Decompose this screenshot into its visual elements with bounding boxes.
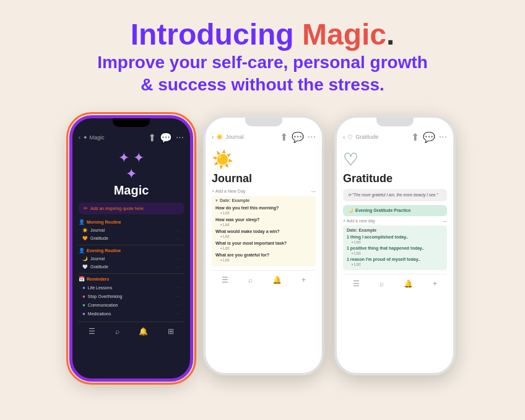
- item-dots-2: ···: [177, 257, 180, 261]
- notch-gratitude: [376, 118, 414, 126]
- journal-chat-icon[interactable]: 💬: [292, 131, 304, 143]
- reminder-life-item[interactable]: ● Life Lessons ···: [79, 284, 184, 292]
- calendar-icon: 📅: [79, 276, 85, 282]
- gratitude-chat-icon[interactable]: 💬: [423, 131, 435, 143]
- evening-journal-item[interactable]: 🌙 Journal ···: [79, 255, 184, 263]
- question-3: What would make today a win?: [215, 229, 312, 234]
- divider-2: [79, 273, 184, 274]
- blue-dot-3: ●: [82, 302, 85, 308]
- add-new-day-bar[interactable]: + Add a New Day —: [212, 189, 316, 193]
- gratitude-list-2: List: [347, 251, 443, 255]
- phone-journal: ‹ ☀️ Journal ⬆ 💬 ··· ☀️ Journal + Add a …: [203, 115, 324, 375]
- reminder-medications-item[interactable]: ● Medications ···: [79, 310, 184, 318]
- blue-dot-4: ●: [82, 311, 85, 317]
- journal-topbar-left: ‹ ☀️ Journal: [212, 134, 244, 141]
- communication-label: Communication: [88, 303, 118, 307]
- back-arrow[interactable]: ‹: [79, 134, 80, 141]
- item-dots-4: ···: [177, 286, 180, 289]
- add-new-day-label: + Add a New Day: [212, 189, 245, 193]
- more-icon[interactable]: ···: [176, 132, 184, 144]
- evening-gratitude-label: Gratitude: [90, 265, 108, 269]
- gratitude-add-label: + Add a new day: [343, 219, 375, 223]
- collapse-icon: —: [311, 189, 316, 193]
- chat-icon[interactable]: 💬: [160, 132, 172, 144]
- gratitude-topbar: ‹ ♡ Gratitude ⬆ 💬 ···: [343, 129, 447, 147]
- magic-title: Magic: [79, 183, 184, 198]
- date-label: ▾ Date: Example: [215, 198, 312, 203]
- dark-topbar: ‹ ✦ Magic ⬆ 💬 ···: [79, 129, 184, 147]
- gratitude-heart-icon-sm: ♡: [347, 134, 353, 141]
- question-2: How was your sleep?: [215, 217, 312, 222]
- reminders-section-label: 📅 Reminders: [79, 276, 184, 282]
- phones-container: ‹ ✦ Magic ⬆ 💬 ··· ✦ ✦✦ Magic ✏ Add an in…: [69, 115, 456, 382]
- morning-gratitude-item[interactable]: 🧡 Gratitude ···: [79, 235, 184, 242]
- gratitude-share-icon[interactable]: ⬆: [411, 131, 419, 143]
- person-icon: 👤: [79, 219, 85, 225]
- gratitude-bell-icon[interactable]: 🔔: [404, 279, 413, 288]
- list-item-1: List: [215, 211, 312, 215]
- bell-icon[interactable]: 🔔: [139, 327, 148, 336]
- reminder-communication-item[interactable]: ● Communication ···: [79, 301, 184, 309]
- journal-menu-icon[interactable]: ☰: [222, 276, 228, 284]
- evening-journal-label: Journal: [90, 256, 105, 261]
- subtitle: Improve your self-care, personal growth …: [97, 51, 428, 97]
- notch-journal: [245, 118, 282, 126]
- morning-journal-item[interactable]: ☀️ Journal ···: [79, 227, 184, 234]
- quote-label: Add an inspiring quote here.: [90, 206, 145, 211]
- reminder-overthinking-item[interactable]: ● Stop Overthinking ···: [79, 292, 184, 300]
- evening-gratitude-item[interactable]: 🤍 Gratitude ···: [79, 263, 184, 271]
- life-lessons-label: Life Lessons: [88, 286, 112, 290]
- arrow-icon: ▾: [215, 198, 218, 203]
- menu-icon[interactable]: ☰: [89, 327, 95, 336]
- search-icon[interactable]: ⌕: [115, 327, 119, 336]
- gratitude-more-icon[interactable]: ···: [439, 131, 447, 143]
- gratitude-list-3: List: [347, 262, 443, 266]
- journal-bell-icon[interactable]: 🔔: [272, 276, 282, 284]
- dark-bottom-bar: ☰ ⌕ 🔔 ⊞: [79, 322, 184, 336]
- magic-stars: ✦ ✦✦: [79, 150, 184, 182]
- heart-orange-icon: 🧡: [82, 236, 88, 241]
- question-4: What is your most important task?: [215, 241, 312, 245]
- journal-search-icon[interactable]: ⌕: [248, 276, 253, 284]
- moon-icon-g: 🌙: [348, 208, 354, 213]
- gratitude-back-arrow[interactable]: ‹: [343, 134, 345, 141]
- gratitude-search-icon[interactable]: ⌕: [380, 279, 384, 288]
- blue-dot-1: ●: [82, 285, 85, 291]
- journal-more-icon[interactable]: ···: [308, 131, 316, 143]
- morning-journal-label: Journal: [90, 228, 105, 232]
- sun-icon-sm: ☀️: [82, 228, 88, 233]
- item-dots-7: ···: [177, 312, 180, 315]
- gratitude-bottom-bar: ☰ ⌕ 🔔 +: [343, 274, 447, 288]
- gratitude-date-section: Date: Example 1 thing I accomplished tod…: [343, 225, 447, 270]
- dark-phone-inner: ‹ ✦ Magic ⬆ 💬 ··· ✦ ✦✦ Magic ✏ Add an in…: [72, 127, 190, 342]
- journal-sun-icon-sm: ☀️: [216, 134, 223, 140]
- gratitude-phone-inner: ‹ ♡ Gratitude ⬆ 💬 ··· ♡ Gratitude ⟳ "The…: [337, 126, 453, 294]
- item-dots: ···: [177, 237, 180, 240]
- journal-topbar-right: ⬆ 💬 ···: [280, 131, 316, 143]
- medications-label: Medications: [88, 312, 111, 316]
- item-dots: ···: [177, 229, 180, 232]
- gratitude-plus-icon[interactable]: +: [433, 279, 437, 288]
- quote-bar[interactable]: ✏ Add an inspiring quote here.: [79, 203, 184, 214]
- journal-sun-icon: ☀️: [212, 149, 316, 170]
- title-dot: .: [386, 18, 394, 51]
- evening-gratitude-label: 🌙 Evening Gratitude Practice: [348, 208, 442, 213]
- divider: [79, 245, 184, 245]
- journal-topbar: ‹ ☀️ Journal ⬆ 💬 ···: [212, 129, 316, 147]
- share-icon[interactable]: ⬆: [148, 132, 156, 144]
- gratitude-item-2-title: 1 positive thing that happened today..: [347, 246, 443, 250]
- journal-phone-inner: ‹ ☀️ Journal ⬆ 💬 ··· ☀️ Journal + Add a …: [206, 126, 322, 291]
- gratitude-add-new-day[interactable]: + Add a new day —: [343, 219, 447, 223]
- gratitude-menu-icon[interactable]: ☰: [353, 279, 360, 288]
- gratitude-title: Gratitude: [343, 172, 447, 185]
- question-1: How do you feel this morning?: [215, 206, 312, 210]
- list-item-4: List: [215, 246, 312, 250]
- grid-icon[interactable]: ⊞: [168, 327, 174, 336]
- gratitude-item-1-title: 1 thing I accomplished today..: [347, 235, 443, 239]
- list-item-2: List: [215, 222, 312, 227]
- journal-back-arrow[interactable]: ‹: [212, 134, 214, 141]
- journal-plus-icon[interactable]: +: [302, 276, 306, 284]
- title-introducing: Introducing: [131, 18, 302, 51]
- subtitle-line1: Improve your self-care, personal growth: [97, 53, 428, 72]
- journal-share-icon[interactable]: ⬆: [280, 131, 288, 143]
